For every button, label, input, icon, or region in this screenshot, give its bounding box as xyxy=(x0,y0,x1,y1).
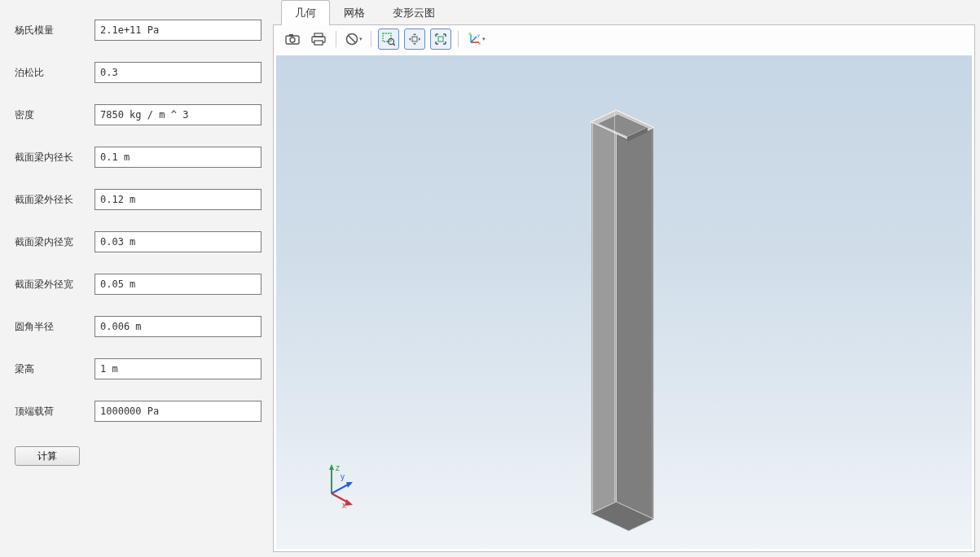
axis-gizmo: z y x xyxy=(315,461,364,510)
field-outer-width: 截面梁外径宽 xyxy=(15,274,261,295)
input-beam-height[interactable] xyxy=(94,358,261,379)
svg-marker-32 xyxy=(346,482,353,488)
tab-mesh[interactable]: 网格 xyxy=(330,0,379,25)
beam-geometry xyxy=(276,55,972,549)
input-poisson-ratio[interactable] xyxy=(94,62,261,83)
input-youngs-modulus[interactable] xyxy=(94,20,261,41)
field-beam-height: 梁高 xyxy=(15,358,261,379)
label-poisson-ratio: 泊松比 xyxy=(15,66,94,80)
label-fillet-radius: 圆角半径 xyxy=(15,320,94,334)
viewport-frame: ▾ zyx ▾ xyxy=(273,24,975,552)
label-outer-width: 截面梁外径宽 xyxy=(15,278,94,292)
print-icon[interactable] xyxy=(308,29,329,50)
toolbar-separator xyxy=(336,31,336,47)
svg-rect-12 xyxy=(438,37,443,42)
label-outer-length: 截面梁外径长 xyxy=(15,193,94,207)
svg-point-1 xyxy=(290,37,295,42)
chevron-down-icon: ▾ xyxy=(482,36,486,42)
axes-icon[interactable]: zyx ▾ xyxy=(465,29,486,50)
input-top-load[interactable] xyxy=(94,401,261,422)
toolbar-separator xyxy=(371,31,371,47)
viewport-toolbar: ▾ zyx ▾ xyxy=(274,25,974,53)
input-density[interactable] xyxy=(94,104,261,125)
prohibit-icon[interactable]: ▾ xyxy=(343,29,364,50)
input-outer-length[interactable] xyxy=(94,189,261,210)
field-outer-length: 截面梁外径长 xyxy=(15,189,261,210)
pan-icon[interactable] xyxy=(404,29,425,50)
svg-text:z: z xyxy=(468,32,471,36)
svg-line-10 xyxy=(393,44,396,46)
svg-text:x: x xyxy=(478,41,481,46)
axis-z-label: z xyxy=(336,463,340,472)
field-density: 密度 xyxy=(15,104,261,125)
label-density: 密度 xyxy=(15,108,94,122)
svg-line-31 xyxy=(332,484,349,493)
svg-rect-5 xyxy=(314,41,323,45)
3d-viewport[interactable]: z y x xyxy=(276,55,972,549)
tab-bar: 几何 网格 变形云图 xyxy=(273,0,975,24)
viewport-area: 几何 网格 变形云图 ▾ xyxy=(273,0,980,557)
zoom-extents-icon[interactable] xyxy=(430,29,451,50)
axis-y-label: y xyxy=(341,472,345,481)
chevron-down-icon: ▾ xyxy=(359,36,363,42)
svg-line-7 xyxy=(348,36,355,43)
svg-rect-2 xyxy=(289,34,293,37)
field-inner-length: 截面梁内径长 xyxy=(15,147,261,168)
label-top-load: 顶端载荷 xyxy=(15,405,94,419)
compute-button[interactable]: 计算 xyxy=(15,446,80,466)
svg-rect-11 xyxy=(412,37,417,42)
svg-marker-30 xyxy=(329,464,334,470)
svg-rect-8 xyxy=(383,33,391,42)
label-inner-length: 截面梁内径长 xyxy=(15,151,94,164)
label-beam-height: 梁高 xyxy=(15,362,94,376)
field-top-load: 顶端载荷 xyxy=(15,401,261,422)
camera-icon[interactable] xyxy=(282,29,303,50)
input-outer-width[interactable] xyxy=(94,274,261,295)
field-fillet-radius: 圆角半径 xyxy=(15,316,261,337)
app-root: 杨氏模量 泊松比 密度 截面梁内径长 截面梁外径长 截面梁内径宽 截面梁外径宽 xyxy=(0,0,980,557)
field-inner-width: 截面梁内径宽 xyxy=(15,231,261,252)
label-inner-width: 截面梁内径宽 xyxy=(15,235,94,249)
axis-x-label: x xyxy=(342,501,346,510)
svg-text:y: y xyxy=(477,33,480,37)
field-poisson-ratio: 泊松比 xyxy=(15,62,261,83)
label-youngs-modulus: 杨氏模量 xyxy=(15,24,94,37)
svg-marker-34 xyxy=(345,499,353,506)
parameters-panel: 杨氏模量 泊松比 密度 截面梁内径长 截面梁外径长 截面梁内径宽 截面梁外径宽 xyxy=(0,0,273,557)
toolbar-separator xyxy=(458,31,459,47)
tab-geometry[interactable]: 几何 xyxy=(281,0,330,25)
input-inner-width[interactable] xyxy=(94,231,261,252)
zoom-box-icon[interactable] xyxy=(378,29,399,50)
field-youngs-modulus: 杨氏模量 xyxy=(15,20,261,41)
svg-line-15 xyxy=(471,37,477,42)
input-inner-length[interactable] xyxy=(94,147,261,168)
tab-deformation[interactable]: 变形云图 xyxy=(379,0,449,25)
input-fillet-radius[interactable] xyxy=(94,316,261,337)
